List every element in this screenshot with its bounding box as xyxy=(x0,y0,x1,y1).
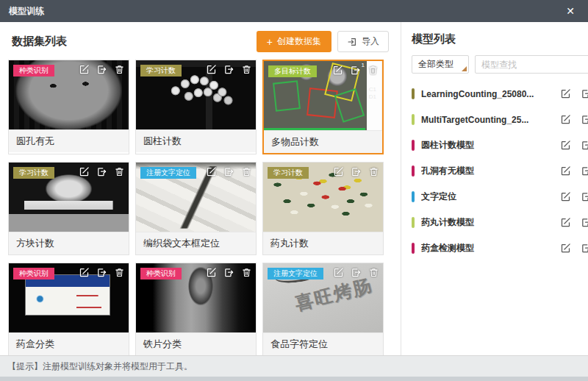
dataset-title: 圆孔有无 xyxy=(9,129,129,152)
model-filter-row: 全部类型 xyxy=(412,55,588,74)
copy-icon[interactable]: 1 xyxy=(350,65,361,76)
model-list-item[interactable]: LearningCounting_25080... xyxy=(412,81,588,107)
edit-icon[interactable] xyxy=(79,64,90,75)
model-training-dialog: 模型训练 ✕ 数据集列表 + 创建数据集 导入 xyxy=(0,0,588,381)
copy-icon[interactable] xyxy=(581,114,588,125)
dataset-title: 食品字符定位 xyxy=(263,332,383,355)
edit-icon[interactable] xyxy=(79,166,90,177)
edit-icon[interactable] xyxy=(206,267,217,278)
edit-icon[interactable] xyxy=(333,166,344,177)
model-list-item[interactable]: 药丸计数模型 xyxy=(412,210,588,235)
dataset-thumbnail: 学习计数 xyxy=(9,163,129,232)
trash-icon[interactable] xyxy=(241,166,252,177)
edit-icon[interactable] xyxy=(560,243,571,254)
copy-icon[interactable] xyxy=(96,267,107,278)
model-list-item[interactable]: 圆柱计数模型 xyxy=(412,132,588,158)
image-text: 喜旺烤肠 xyxy=(293,274,376,316)
copy-icon[interactable] xyxy=(223,267,234,278)
edit-icon[interactable] xyxy=(206,166,217,177)
copy-icon[interactable] xyxy=(96,166,107,177)
model-list-item[interactable]: MultiTargetCounting_25... xyxy=(412,107,588,132)
model-search-box xyxy=(475,55,588,74)
dataset-title: 编织袋文本框定位 xyxy=(136,232,256,254)
dataset-type-badge: 学习计数 xyxy=(140,65,182,76)
model-name: 文字定位 xyxy=(421,190,554,203)
model-type-color-bar xyxy=(412,140,415,151)
trash-icon[interactable] xyxy=(241,64,252,75)
dataset-card[interactable]: 种类识别 圆孔有无 xyxy=(8,60,129,154)
copy-icon[interactable] xyxy=(581,88,588,99)
close-icon[interactable]: ✕ xyxy=(562,4,579,18)
dataset-type-badge: 学习计数 xyxy=(13,167,54,179)
copy-icon[interactable] xyxy=(581,165,588,177)
dataset-card[interactable]: 种类识别 药盒分类 xyxy=(8,263,129,355)
dataset-title: 铁片分类 xyxy=(136,332,256,355)
model-type-color-bar xyxy=(412,88,415,99)
trash-icon[interactable] xyxy=(114,267,125,278)
dataset-thumbnail: 种类识别 xyxy=(136,263,256,332)
model-type-color-bar xyxy=(412,114,415,125)
dataset-card[interactable]: 学习计数 圆柱计数 xyxy=(135,60,257,154)
model-list-item[interactable]: 文字定位 xyxy=(412,184,588,210)
dataset-card[interactable]: 种类识别 铁片分类 xyxy=(135,263,257,355)
dataset-title: 圆柱计数 xyxy=(136,129,256,152)
copy-count-badge: 1 xyxy=(362,62,365,68)
plus-icon: + xyxy=(267,37,273,47)
model-panel: 模型列表 全部类型 LearningCounting_2 xyxy=(401,22,588,355)
trash-icon[interactable] xyxy=(241,267,252,278)
model-search-input[interactable] xyxy=(481,60,588,70)
dataset-card[interactable]: 学习计数 药丸计数 xyxy=(262,162,384,255)
trash-icon[interactable] xyxy=(368,267,379,278)
edit-icon[interactable] xyxy=(560,217,571,228)
copy-icon[interactable] xyxy=(581,217,588,228)
dataset-card[interactable]: 注册文字定位 喜旺烤肠 食品字符定位 xyxy=(262,263,384,355)
dataset-title: 药盒分类 xyxy=(9,332,129,355)
dropdown-corner-icon xyxy=(462,66,467,71)
dataset-card[interactable]: 注册文字定位 编织袋文本框定位 xyxy=(135,162,257,255)
dataset-panel: 数据集列表 + 创建数据集 导入 种类识别 xyxy=(0,22,401,355)
edit-icon[interactable] xyxy=(560,165,571,177)
dataset-thumbnail: 种类识别 xyxy=(9,263,129,332)
trash-icon[interactable] xyxy=(114,166,125,177)
copy-icon[interactable] xyxy=(223,166,234,177)
edit-icon[interactable] xyxy=(332,65,343,76)
title-bar: 模型训练 ✕ xyxy=(0,0,588,22)
copy-icon[interactable] xyxy=(581,140,588,151)
edit-icon[interactable] xyxy=(560,114,571,125)
model-name: MultiTargetCounting_25... xyxy=(421,115,554,125)
model-list-item[interactable]: 药盒检测模型 xyxy=(412,235,588,261)
edit-icon[interactable] xyxy=(333,267,344,278)
edit-icon[interactable] xyxy=(560,191,571,202)
edit-icon[interactable] xyxy=(560,140,571,151)
model-panel-header: 模型列表 xyxy=(412,32,588,46)
dataset-card[interactable]: 学习计数 方块计数 xyxy=(8,162,129,255)
edit-icon[interactable] xyxy=(79,267,90,278)
create-dataset-button[interactable]: + 创建数据集 xyxy=(257,31,331,52)
trash-icon[interactable] xyxy=(368,166,379,177)
model-type-dropdown[interactable]: 全部类型 xyxy=(412,55,469,74)
dataset-panel-header: 数据集列表 + 创建数据集 导入 xyxy=(0,22,401,52)
copy-icon[interactable] xyxy=(351,267,362,278)
model-list-item[interactable]: 孔洞有无模型 xyxy=(412,158,588,184)
trash-icon[interactable] xyxy=(368,65,379,76)
dialog-title: 模型训练 xyxy=(9,5,44,18)
copy-icon[interactable] xyxy=(96,64,107,75)
import-dataset-button[interactable]: 导入 xyxy=(337,31,389,52)
model-name: 圆柱计数模型 xyxy=(421,139,554,152)
copy-icon[interactable] xyxy=(223,64,234,75)
copy-icon[interactable] xyxy=(351,166,362,177)
dataset-grid: 种类识别 圆孔有无 学习计数 xyxy=(0,52,401,355)
dataset-card[interactable]: 多目标计数 1 C1D1 多物品计数 xyxy=(262,60,384,154)
model-type-color-bar xyxy=(412,217,415,228)
edit-icon[interactable] xyxy=(206,64,217,75)
model-type-value: 全部类型 xyxy=(418,58,453,71)
edit-icon[interactable] xyxy=(560,88,571,99)
model-name: LearningCounting_25080... xyxy=(421,89,554,99)
import-label: 导入 xyxy=(362,35,379,48)
copy-icon[interactable] xyxy=(581,191,588,202)
dataset-type-badge: 种类识别 xyxy=(140,268,182,279)
dataset-thumbnail: 学习计数 xyxy=(136,60,256,129)
copy-icon[interactable] xyxy=(581,243,588,254)
trash-icon[interactable] xyxy=(114,64,125,75)
footer-tip-text: 【提示】注册模型训练对象并将模型用于工具。 xyxy=(7,360,193,373)
